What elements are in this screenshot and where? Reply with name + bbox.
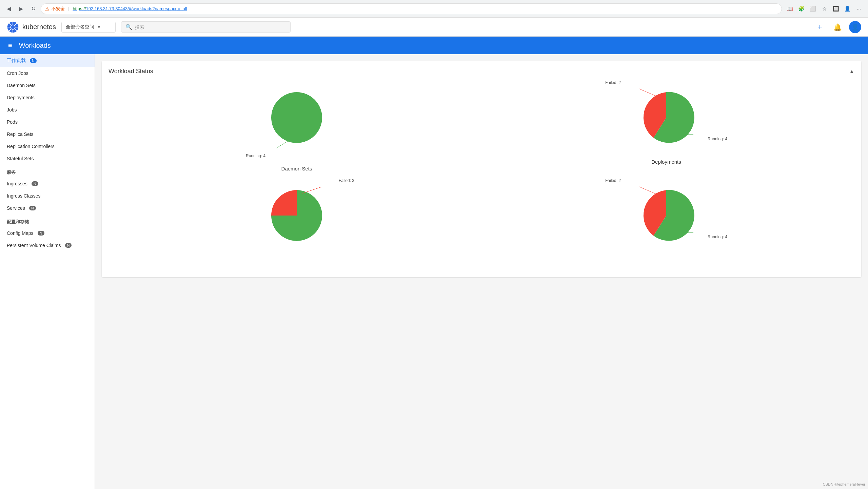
svg-line-15 — [639, 187, 663, 197]
more-btn[interactable]: ··· — [854, 4, 864, 14]
header-actions: + 🔔 👤 — [814, 21, 861, 33]
svg-point-10 — [271, 92, 322, 143]
daemon-sets-chart: Running: 4 Daemon Sets — [122, 87, 471, 171]
sidebar-item-stateful-sets-label: Stateful Sets — [7, 156, 34, 161]
browser-chrome: ◀ ▶ ↻ ⚠ 不安全 | https://192.168.31.73:3044… — [0, 0, 868, 18]
sidebar-item-config-maps-label: Config Maps — [7, 230, 34, 236]
namespace-chevron-icon: ▼ — [97, 25, 101, 29]
sidebar: 工作负载 N Cron Jobs Daemon Sets Deployments… — [0, 54, 95, 489]
sidebar-item-pvc-label: Persistent Volume Claims — [7, 243, 61, 248]
svg-line-14 — [302, 187, 322, 193]
sidebar-item-services[interactable]: Services N — [0, 202, 95, 214]
chart4-container: Failed: 2 Running: 4 — [492, 185, 841, 264]
chart3-container: Failed: 3 — [122, 185, 471, 264]
workload-status-card: Workload Status ▲ Running: 4 — [102, 61, 861, 277]
sidebar-item-daemon-sets[interactable]: Daemon Sets — [0, 79, 95, 91]
chart3-failed-line — [302, 187, 326, 197]
sidebar-section-config-header: 配置和存储 — [0, 214, 95, 227]
daemon-sets-annotation-line — [276, 138, 297, 151]
url-https: https:// — [73, 6, 86, 11]
url-host: 192.168.31.73 — [86, 6, 114, 11]
namespace-label: 全部命名空间 — [66, 24, 94, 30]
svg-line-12 — [639, 89, 663, 99]
add-button[interactable]: + — [814, 21, 826, 33]
hamburger-menu-button[interactable]: ≡ — [7, 40, 14, 51]
sidebar-item-pods-label: Pods — [7, 119, 18, 125]
sidebar-item-pvc[interactable]: Persistent Volume Claims N — [0, 239, 95, 251]
kubernetes-logo-text: kubernetes — [22, 23, 56, 31]
read-mode-btn[interactable]: 📖 — [785, 4, 795, 14]
sidebar-item-stateful-sets[interactable]: Stateful Sets — [0, 152, 95, 165]
sidebar-section-workloads[interactable]: 工作负载 N — [0, 54, 95, 67]
refresh-button[interactable]: ↻ — [28, 4, 38, 14]
workloads-badge: N — [30, 58, 37, 63]
sidebar-section-workloads-label: 工作负载 — [7, 58, 26, 64]
deployments-running-line — [670, 131, 697, 138]
collections-btn[interactable]: 🔲 — [831, 4, 841, 14]
chart4-running-label: Running: 4 — [708, 235, 727, 239]
main-layout: 工作负载 N Cron Jobs Daemon Sets Deployments… — [0, 54, 868, 489]
workloads-title: Workloads — [19, 42, 51, 49]
sidebar-item-ingresses-label: Ingresses — [7, 181, 27, 186]
sidebar-item-replica-sets-label: Replica Sets — [7, 131, 34, 137]
deployments-running-label: Running: 4 — [708, 137, 727, 141]
sidebar-item-services-label: Services — [7, 205, 25, 211]
content-area: Workload Status ▲ Running: 4 — [95, 54, 868, 489]
deployments-label: Deployments — [651, 159, 681, 165]
sidebar-item-ingress-classes[interactable]: Ingress Classes — [0, 190, 95, 202]
address-bar[interactable]: ⚠ 不安全 | https://192.168.31.73:30443/#/wo… — [41, 3, 782, 14]
daemon-sets-label: Daemon Sets — [281, 166, 312, 171]
config-maps-badge: N — [38, 231, 44, 236]
daemon-sets-pie-wrapper: Running: 4 — [266, 87, 327, 148]
sidebar-item-jobs-label: Jobs — [7, 107, 17, 113]
kubernetes-logo-icon — [7, 21, 19, 33]
sidebar-item-config-maps[interactable]: Config Maps N — [0, 227, 95, 239]
extensions-btn[interactable]: 🧩 — [796, 4, 806, 14]
sidebar-item-replication-controllers[interactable]: Replication Controllers — [0, 140, 95, 152]
notifications-button[interactable]: 🔔 — [831, 21, 844, 33]
kubernetes-logo[interactable]: kubernetes — [7, 21, 56, 33]
forward-button[interactable]: ▶ — [16, 4, 26, 14]
chart4-running-line — [670, 229, 697, 236]
sidebar-item-ingresses[interactable]: Ingresses N — [0, 178, 95, 190]
sidebar-section-services-label: 服务 — [7, 170, 16, 175]
sidebar-item-replica-sets[interactable]: Replica Sets — [0, 128, 95, 140]
browser-tools: 📖 🧩 ⬜ ☆ 🔲 👤 ··· — [785, 4, 864, 14]
charts-grid: Running: 4 Daemon Sets — [108, 80, 854, 270]
sidebar-item-cron-jobs-label: Cron Jobs — [7, 70, 28, 76]
sidebar-item-ingress-classes-label: Ingress Classes — [7, 193, 41, 199]
deployments-failed-label: Failed: 2 — [605, 80, 621, 85]
chart3-failed-label: Failed: 3 — [339, 178, 354, 183]
card-header: Workload Status ▲ — [108, 68, 854, 75]
profile-btn[interactable]: 👤 — [842, 4, 852, 14]
url-path: :30443/#/workloads?namespace=_all — [114, 6, 187, 11]
search-input[interactable] — [135, 24, 286, 30]
favorites-btn[interactable]: ☆ — [819, 4, 829, 14]
sidebar-item-cron-jobs[interactable]: Cron Jobs — [0, 67, 95, 79]
url-text: https://192.168.31.73:30443/#/workloads?… — [73, 6, 187, 11]
back-button[interactable]: ◀ — [4, 4, 14, 14]
split-btn[interactable]: ⬜ — [808, 4, 818, 14]
chart3-pie-wrapper: Failed: 3 — [266, 185, 327, 246]
collapse-button[interactable]: ▲ — [849, 68, 854, 75]
daemon-sets-running-label: Running: 4 — [246, 154, 265, 158]
search-icon: 🔍 — [125, 24, 132, 30]
chart4-pie-wrapper: Failed: 2 Running: 4 — [636, 185, 697, 246]
address-divider: | — [68, 6, 69, 11]
sidebar-item-replication-controllers-label: Replication Controllers — [7, 144, 55, 149]
svg-line-11 — [276, 138, 293, 148]
deployments-chart: Failed: 2 Running: 4 Deployments — [492, 87, 841, 171]
sidebar-item-deployments[interactable]: Deployments — [0, 91, 95, 104]
sidebar-item-jobs[interactable]: Jobs — [0, 104, 95, 116]
chart4-failed-label: Failed: 2 — [605, 178, 621, 183]
chart4-failed-line — [639, 187, 666, 200]
user-avatar-button[interactable]: 👤 — [849, 21, 861, 33]
search-bar[interactable]: 🔍 — [121, 21, 291, 33]
security-label: 不安全 — [52, 6, 65, 12]
watermark: CSDN @ephemeral-fever — [823, 482, 866, 486]
app-header: kubernetes 全部命名空间 ▼ 🔍 + 🔔 👤 — [0, 18, 868, 37]
namespace-selector[interactable]: 全部命名空间 ▼ — [61, 22, 116, 33]
sidebar-item-daemon-sets-label: Daemon Sets — [7, 83, 36, 88]
sidebar-item-pods[interactable]: Pods — [0, 116, 95, 128]
deployments-failed-line — [639, 89, 666, 102]
